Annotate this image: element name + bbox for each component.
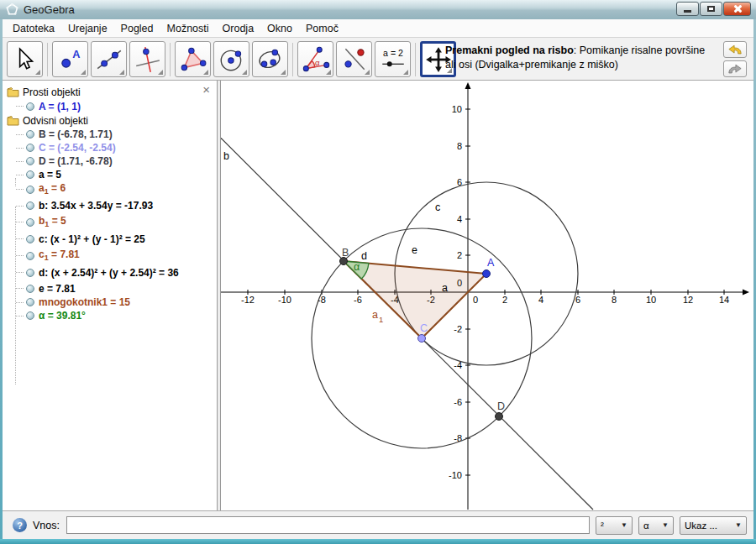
label-point-C[interactable]: C (420, 322, 428, 334)
object-row-c[interactable]: c: (x - 1)² + (y - 1)² = 25 (3, 230, 217, 248)
svg-text:a = 2: a = 2 (383, 47, 403, 57)
object-row-B[interactable]: B = (-6.78, 1.71) (3, 128, 217, 141)
superscript-dropdown[interactable]: ² ▼ (596, 516, 633, 535)
input-label: Vnos: (33, 520, 60, 531)
svg-text:-2: -2 (454, 324, 462, 334)
greek-letter-dropdown[interactable]: α ▼ (638, 516, 674, 535)
svg-text:-6: -6 (354, 295, 362, 305)
tool-perpendicular-line-button[interactable] (129, 41, 165, 77)
object-row-c1[interactable]: c1 = 7.81 (3, 248, 217, 264)
maximize-button[interactable] (700, 2, 722, 16)
label-point-B[interactable]: B (342, 247, 349, 259)
menu-moznosti[interactable]: Možnosti (160, 21, 216, 36)
toolbar: A (3, 38, 753, 81)
visibility-marble-icon[interactable] (26, 252, 34, 260)
svg-text:-6: -6 (454, 397, 462, 407)
visibility-marble-icon[interactable] (26, 157, 34, 165)
window-bottom-border (0, 539, 756, 544)
command-dropdown[interactable]: Ukaz ... ▼ (680, 516, 747, 535)
close-button[interactable] (723, 2, 751, 16)
svg-text:2: 2 (502, 295, 507, 305)
label-segment-a1[interactable]: a (372, 309, 378, 321)
minimize-icon (684, 10, 691, 13)
label-segment-a[interactable]: a (442, 282, 448, 294)
command-input[interactable] (66, 516, 590, 534)
visibility-marble-icon[interactable] (26, 186, 34, 194)
new-point-icon: A (56, 45, 85, 74)
reflect-about-line-icon (340, 45, 369, 74)
redo-icon (726, 62, 744, 76)
visibility-marble-icon[interactable] (26, 102, 34, 111)
free-objects-header[interactable]: Prosti objekti (3, 85, 217, 99)
tool-circle-button[interactable] (213, 41, 249, 77)
label-circle-d[interactable]: d (361, 250, 367, 262)
tool-line-button[interactable] (91, 41, 127, 77)
menu-datoteka[interactable]: Datoteka (6, 21, 61, 36)
object-row-b[interactable]: b: 3.54x + 3.54y = -17.93 (3, 197, 217, 214)
tool-help-title: Premakni pogled na risbo (445, 44, 574, 56)
tool-angle-button[interactable]: α (297, 41, 333, 77)
object-row-D[interactable]: D = (1.71, -6.78) (3, 154, 217, 168)
graphics-canvas[interactable]: -12-10 -8-6 -4-2 0 24 68 1012 14 108 64 … (221, 81, 753, 510)
point-D[interactable] (496, 413, 503, 421)
label-segment-a1-sub[interactable]: 1 (379, 315, 383, 324)
visibility-marble-icon[interactable] (26, 285, 34, 293)
label-segment-e[interactable]: e (412, 244, 417, 256)
label-circle-c[interactable]: c (435, 201, 440, 213)
object-row-alpha[interactable]: α = 39.81° (3, 309, 217, 322)
tool-help-text: Premakni pogled na risbo: Pomikanje risa… (445, 44, 718, 72)
visibility-marble-icon[interactable] (26, 201, 34, 210)
cursor-arrow-icon (11, 45, 39, 74)
maximize-icon (707, 6, 715, 12)
label-line-b[interactable]: b (223, 150, 229, 162)
tool-new-point-button[interactable]: A (52, 41, 88, 77)
svg-text:α: α (314, 58, 319, 67)
visibility-marble-icon[interactable] (26, 130, 34, 139)
folder-icon (7, 86, 19, 97)
label-point-A[interactable]: A (487, 257, 495, 269)
line-two-points-icon (95, 45, 123, 74)
visibility-marble-icon[interactable] (26, 311, 34, 320)
label-angle-alpha[interactable]: α (354, 261, 360, 273)
menu-pogled[interactable]: Pogled (114, 21, 160, 36)
svg-text:4: 4 (538, 295, 543, 305)
point-A[interactable] (483, 270, 491, 278)
toolbar-separator (47, 43, 48, 76)
object-row-C[interactable]: C = (-2.54, -2.54) (3, 141, 217, 154)
visibility-marble-icon[interactable] (26, 170, 34, 179)
label-point-D[interactable]: D (497, 400, 505, 412)
visibility-marble-icon[interactable] (26, 298, 34, 306)
minimize-button[interactable] (676, 2, 699, 16)
input-help-icon[interactable]: ? (13, 518, 27, 532)
object-row-A[interactable]: A = (1, 1) (3, 99, 217, 113)
redo-button[interactable] (723, 60, 747, 77)
visibility-marble-icon[interactable] (26, 235, 34, 243)
dependent-objects-header[interactable]: Odvisni objekti (3, 113, 217, 128)
object-row-e[interactable]: e = 7.81 (3, 281, 217, 296)
object-row-a1[interactable]: a1 = 6 (3, 181, 217, 197)
menu-pomoc[interactable]: Pomoč (299, 21, 345, 36)
menu-urejanje[interactable]: Urejanje (61, 21, 114, 36)
visibility-marble-icon[interactable] (26, 144, 34, 152)
menu-bar: Datoteka Urejanje Pogled Možnosti Orodja… (3, 19, 753, 38)
undo-button[interactable] (723, 41, 747, 58)
object-row-a[interactable]: a = 5 (3, 168, 217, 181)
menu-orodja[interactable]: Orodja (216, 21, 261, 36)
visibility-marble-icon[interactable] (26, 269, 34, 277)
svg-text:8: 8 (457, 141, 462, 151)
object-row-b1[interactable]: b1 = 5 (3, 214, 217, 230)
tool-polygon-button[interactable] (175, 41, 211, 77)
tool-slider-button[interactable]: a = 2 (375, 41, 411, 77)
svg-text:6: 6 (575, 295, 580, 305)
algebra-view-panel: × Prosti objekti A = (1, 1) Odvisni obje… (3, 81, 218, 510)
point-C[interactable] (418, 335, 426, 343)
object-row-d[interactable]: d: (x + 2.54)² + (y + 2.54)² = 36 (3, 264, 217, 281)
menu-okno[interactable]: Okno (260, 21, 299, 36)
graphics-view[interactable]: -12-10 -8-6 -4-2 0 24 68 1012 14 108 64 … (221, 81, 753, 510)
tool-reflect-button[interactable] (336, 41, 372, 77)
visibility-marble-icon[interactable] (26, 218, 34, 227)
chevron-down-icon: ▼ (662, 521, 669, 529)
object-row-mnogokotnik1[interactable]: mnogokotnik1 = 15 (3, 296, 217, 309)
tool-move-button[interactable] (7, 41, 43, 77)
tool-conic-button[interactable] (252, 41, 288, 77)
